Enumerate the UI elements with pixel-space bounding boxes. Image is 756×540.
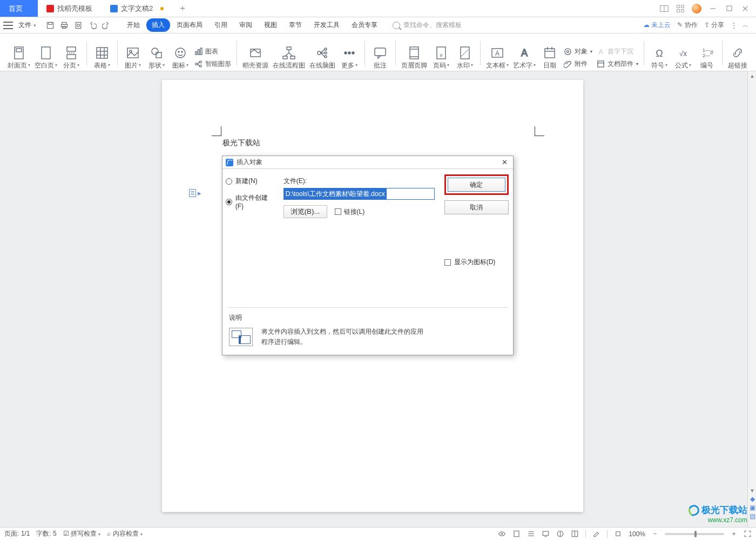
ribtab-references[interactable]: 引用 — [209, 18, 233, 32]
qat-save-icon[interactable] — [46, 21, 55, 30]
svg-text:#: # — [440, 53, 442, 58]
ribtab-start[interactable]: 开始 — [122, 18, 145, 32]
view-read-icon[interactable] — [556, 530, 564, 538]
tab-document[interactable]: 文字文稿2 — [102, 0, 173, 17]
browse-button[interactable]: 浏览(B)... — [284, 205, 327, 218]
more-menu-icon[interactable]: ⋮ — [731, 22, 736, 29]
btn-assets[interactable]: 稻壳资源 — [240, 45, 271, 71]
btn-page-break[interactable]: 分页▾ — [59, 45, 83, 71]
side-tool-icon[interactable]: ▤ — [748, 512, 756, 521]
btn-smart-graphic[interactable]: 智能图形 — [194, 59, 231, 69]
view-outline-icon[interactable] — [527, 530, 535, 538]
btn-numbering[interactable]: 1—2—#编号 — [695, 45, 719, 71]
qat-print-icon[interactable] — [60, 21, 69, 30]
link-checkbox[interactable]: 链接(L) — [335, 207, 365, 217]
btn-object[interactable]: 对象▾ — [564, 47, 592, 56]
status-words[interactable]: 字数: 5 — [36, 529, 56, 538]
zoom-slider[interactable] — [665, 533, 724, 535]
btn-attachment[interactable]: 附件 — [564, 59, 592, 69]
file-menu[interactable]: 文件▾ — [16, 21, 38, 30]
qat-preview-icon[interactable] — [74, 21, 83, 30]
btn-textbox[interactable]: A文本框▾ — [484, 45, 511, 71]
zoom-in-button[interactable]: ＋ — [731, 529, 737, 538]
btn-flowchart[interactable]: 在线流程图 — [271, 45, 307, 71]
dialog-close-button[interactable]: ✕ — [499, 158, 510, 166]
scroll-down-icon[interactable]: ▼ — [748, 486, 756, 495]
vertical-scrollbar[interactable]: ▲ ▼ ◆ ▣ ▤ — [747, 71, 756, 527]
dialog-titlebar[interactable]: 插入对象 ✕ — [222, 156, 513, 169]
btn-cover-page[interactable]: 封面页▾ — [5, 45, 32, 71]
share-button[interactable]: ⇪ 分享 — [704, 21, 724, 30]
layout-toggle-icon[interactable] — [659, 3, 670, 14]
btn-watermark[interactable]: 水印▾ — [453, 45, 477, 71]
btn-doc-parts[interactable]: 文档部件▾ — [597, 59, 638, 69]
view-web-icon[interactable] — [542, 530, 550, 538]
zoom-out-button[interactable]: － — [652, 529, 658, 538]
radio-new[interactable]: 新建(N) — [226, 177, 275, 186]
btn-dropcap[interactable]: A首字下沉 — [597, 47, 638, 56]
tab-home[interactable]: 首页 — [0, 0, 38, 17]
ribtab-devtools[interactable]: 开发工具 — [308, 18, 345, 32]
btn-date[interactable]: 日期 — [538, 45, 562, 71]
btn-header-footer[interactable]: 页眉页脚 — [399, 45, 429, 71]
btn-chart[interactable]: 图表 — [194, 47, 231, 56]
btn-hyperlink[interactable]: 超链接 — [726, 45, 750, 71]
window-close[interactable] — [740, 3, 751, 14]
status-contentcheck[interactable]: ⌕ 内容检查 ▾ — [107, 529, 143, 538]
btn-table[interactable]: 表格▾ — [90, 45, 114, 71]
collab-button[interactable]: ✎ 协作 — [677, 21, 697, 30]
btn-symbol[interactable]: Ω符号▾ — [647, 45, 671, 71]
ribtab-layout[interactable]: 页面布局 — [171, 18, 208, 32]
ribtab-view[interactable]: 视图 — [259, 18, 282, 32]
view-page-icon[interactable] — [512, 530, 521, 538]
side-tool-icon[interactable]: ◆ — [748, 495, 756, 503]
cloud-status[interactable]: ☁ 未上云 — [643, 21, 671, 30]
btn-shapes[interactable]: 形状▾ — [145, 45, 168, 71]
view-eye-icon[interactable] — [498, 530, 506, 538]
svg-point-85 — [501, 533, 503, 535]
qat-undo-icon[interactable] — [88, 21, 97, 30]
radio-from-file[interactable]: 由文件创建(F) — [226, 193, 275, 210]
scroll-up-icon[interactable]: ▲ — [748, 71, 756, 80]
btn-wordart[interactable]: A艺术字▾ — [511, 45, 538, 71]
btn-equation[interactable]: √x公式▾ — [671, 45, 695, 71]
fit-icon[interactable] — [614, 530, 622, 538]
fullscreen-icon[interactable] — [744, 530, 752, 538]
svg-rect-46 — [291, 56, 295, 59]
view-split-icon[interactable] — [571, 530, 579, 538]
btn-more[interactable]: 更多▾ — [338, 45, 361, 71]
zoom-value[interactable]: 100% — [629, 530, 645, 538]
status-page[interactable]: 页面: 1/1 — [4, 529, 30, 538]
file-path-input[interactable]: D:\tools\工作文档素材\盼望着.docx — [284, 188, 435, 200]
btn-mindmap[interactable]: 在线脑图 — [307, 45, 338, 71]
ok-button[interactable]: 确定 — [448, 178, 505, 192]
window-minimize[interactable] — [707, 3, 718, 14]
ribtab-member[interactable]: 会员专享 — [346, 18, 383, 32]
apps-grid-icon[interactable] — [675, 3, 686, 14]
svg-rect-37 — [200, 48, 202, 55]
status-spellcheck[interactable]: ☑ 拼写检查 ▾ — [63, 529, 101, 538]
btn-comment[interactable]: 批注 — [368, 45, 392, 71]
file-menu-label: 文件 — [18, 21, 31, 30]
user-avatar[interactable] — [691, 3, 702, 14]
ribtab-insert[interactable]: 插入 — [146, 18, 170, 32]
collapse-ribbon-icon[interactable]: ︿ — [742, 21, 748, 29]
btn-page-number[interactable]: #页码▾ — [429, 45, 453, 71]
edit-mode-icon[interactable] — [592, 530, 600, 538]
svg-rect-36 — [198, 50, 200, 55]
new-tab-button[interactable]: ＋ — [173, 0, 192, 17]
btn-blank-page[interactable]: 空白页▾ — [32, 45, 59, 71]
show-as-icon-checkbox[interactable]: 显示为图标(D) — [444, 258, 509, 267]
ribtab-review[interactable]: 审阅 — [234, 18, 258, 32]
btn-picture[interactable]: 图片▾ — [121, 45, 145, 71]
btn-icons[interactable]: 图标▾ — [168, 45, 192, 71]
qat-redo-icon[interactable] — [102, 21, 111, 30]
command-search[interactable]: 查找命令、搜索模板 — [393, 21, 462, 30]
window-maximize[interactable] — [724, 3, 734, 14]
side-tool-icon[interactable]: ▣ — [748, 503, 756, 512]
hamburger-icon[interactable] — [3, 22, 13, 29]
file-field-label: 文件(E): — [284, 177, 435, 186]
ribtab-sections[interactable]: 章节 — [284, 18, 307, 32]
tab-templates[interactable]: 找稻壳模板 — [38, 0, 102, 17]
cancel-button[interactable]: 取消 — [444, 200, 509, 214]
